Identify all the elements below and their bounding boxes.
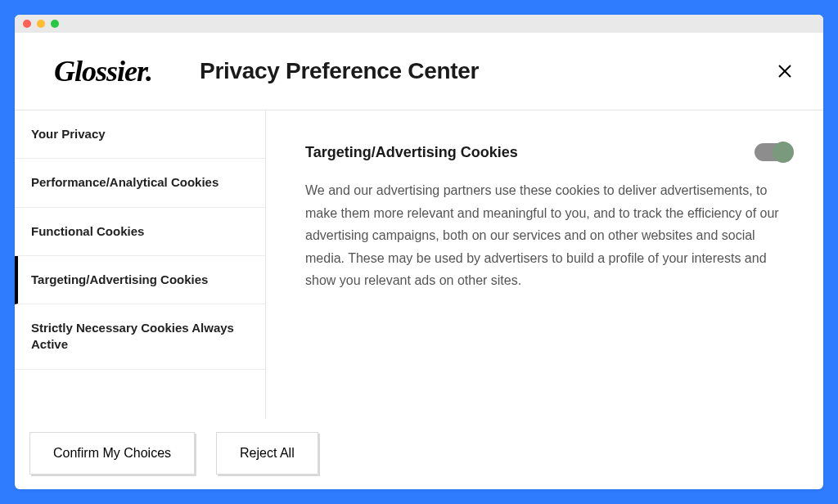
- brand-logo: Glossier.: [54, 54, 152, 88]
- confirm-button[interactable]: Confirm My Choices: [29, 432, 195, 475]
- window-max-dot[interactable]: [51, 20, 59, 28]
- toggle-knob: [773, 142, 794, 163]
- content-description: We and our advertising partners use thes…: [305, 179, 792, 292]
- window-chrome: [15, 15, 823, 33]
- window: Glossier. Privacy Preference Center Your…: [15, 15, 823, 489]
- window-close-dot[interactable]: [23, 20, 31, 28]
- sidebar-item-strictly-necessary[interactable]: Strictly Necessary Cookies Always Active: [15, 304, 265, 370]
- sidebar-item-label: Strictly Necessary Cookies Always Active: [31, 321, 234, 351]
- footer: Confirm My Choices Reject All: [15, 419, 823, 489]
- header: Glossier. Privacy Preference Center: [15, 33, 823, 110]
- window-min-dot[interactable]: [37, 20, 45, 28]
- content-title: Targeting/Advertising Cookies: [305, 144, 518, 161]
- sidebar-item-label: Functional Cookies: [31, 224, 144, 238]
- content-header: Targeting/Advertising Cookies: [305, 143, 792, 161]
- close-icon: [778, 65, 791, 78]
- sidebar-item-label: Targeting/Advertising Cookies: [31, 272, 208, 286]
- sidebar-item-your-privacy[interactable]: Your Privacy: [15, 110, 265, 159]
- reject-button[interactable]: Reject All: [216, 432, 318, 475]
- sidebar: Your Privacy Performance/Analytical Cook…: [15, 110, 266, 419]
- sidebar-item-functional[interactable]: Functional Cookies: [15, 208, 265, 256]
- sidebar-item-targeting[interactable]: Targeting/Advertising Cookies: [15, 256, 265, 304]
- targeting-toggle[interactable]: [755, 143, 792, 161]
- sidebar-item-performance[interactable]: Performance/Analytical Cookies: [15, 159, 265, 207]
- page-title: Privacy Preference Center: [200, 58, 479, 84]
- content-panel: Targeting/Advertising Cookies We and our…: [266, 110, 823, 419]
- close-button[interactable]: [776, 62, 794, 80]
- body: Your Privacy Performance/Analytical Cook…: [15, 110, 823, 419]
- sidebar-item-label: Performance/Analytical Cookies: [31, 175, 219, 189]
- sidebar-item-label: Your Privacy: [31, 127, 106, 141]
